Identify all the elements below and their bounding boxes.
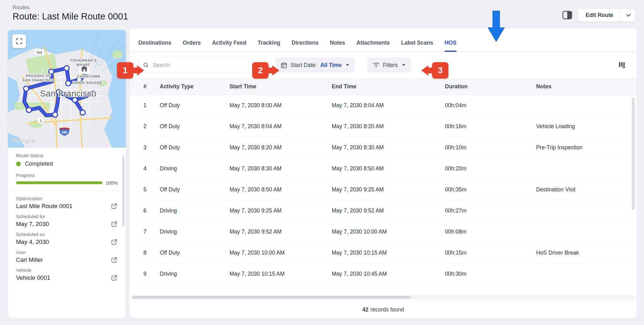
tab-notes[interactable]: Notes (330, 40, 345, 52)
map-fullscreen-button[interactable] (12, 34, 26, 48)
filters-button[interactable]: Filters (367, 58, 411, 73)
cell-type: Driving (160, 221, 230, 242)
external-link-button[interactable] (111, 274, 118, 281)
cell-num: 1 (130, 95, 160, 116)
sidebar-scrollbar[interactable] (122, 156, 125, 226)
cell-notes: Destination Visit (536, 179, 637, 200)
cell-start: May 7, 2030 8:00 AM (230, 95, 332, 116)
external-link-button[interactable] (111, 239, 118, 245)
column-settings-button[interactable] (618, 61, 628, 69)
cell-num: 4 (130, 158, 160, 179)
cell-type: Off Duty (160, 95, 230, 116)
cell-start: May 7, 2030 8:30 AM (230, 158, 332, 179)
cell-notes: Vehicle Loading (536, 116, 637, 137)
tab-activity-feed[interactable]: Activity Feed (212, 40, 246, 52)
vertical-scrollbar[interactable] (632, 97, 635, 210)
cell-num: 5 (130, 179, 160, 200)
annotation-arrowhead-icon (421, 65, 428, 75)
cell-end: May 7, 2030 9:52 AM (332, 200, 445, 221)
tab-destinations[interactable]: Destinations (138, 40, 171, 52)
progress-bar-fill (16, 181, 103, 184)
table-row[interactable]: 9DrivingMay 7, 2030 10:15 AMMay 7, 2030 … (130, 263, 637, 284)
map-attribution: Google (13, 137, 34, 144)
edit-route-dropdown[interactable] (621, 8, 636, 22)
annotation-arrowhead-icon (272, 65, 279, 75)
records-count: 42 records found (130, 301, 637, 318)
field-label: Vehicle (16, 267, 118, 273)
table-row[interactable]: 2Off DutyMay 7, 2030 8:04 AMMay 7, 2030 … (130, 116, 637, 137)
external-link-button[interactable] (111, 221, 118, 228)
field-scheduled-for: Scheduled forMay 7, 2030 (16, 214, 118, 228)
cell-type: Driving (160, 158, 230, 179)
annotation-arrowhead-icon (137, 65, 144, 75)
cell-notes: Pre-Trip Inspection (536, 137, 637, 158)
start-date-filter[interactable]: Start Date: All Time (275, 58, 355, 73)
panel-toggle-button[interactable] (562, 10, 572, 20)
table-row[interactable]: 5Off DutyMay 7, 2030 8:50 AMMay 7, 2030 … (130, 179, 637, 200)
external-link-button[interactable] (111, 256, 118, 263)
page-title: Route: Last Mile Route 0001 (13, 11, 128, 22)
tab-directions[interactable]: Directions (291, 40, 319, 52)
route-detail-panel: DestinationsOrdersActivity FeedTrackingD… (130, 28, 637, 318)
cell-duration: 00h:10m (445, 137, 536, 158)
column-header-end-time: End Time (332, 79, 445, 95)
route-map[interactable]: FISHERMAN'S WHARF PRESIDIO OF SAN FRANCI… (8, 30, 126, 148)
annotation-3-badge: 3 (432, 62, 448, 79)
map-label-presidio-2: SAN FRANCISCO (22, 78, 54, 82)
table-row[interactable]: 7DrivingMay 7, 2030 9:52 AMMay 7, 2030 1… (130, 221, 637, 242)
map-label-fishermans-1: FISHERMAN'S (70, 58, 97, 62)
table-row[interactable]: 4DrivingMay 7, 2030 8:30 AMMay 7, 2030 8… (130, 158, 637, 179)
tab-hos[interactable]: HOS (445, 40, 457, 52)
map-canvas: FISHERMAN'S WHARF PRESIDIO OF SAN FRANCI… (8, 30, 126, 148)
external-link-icon (111, 239, 118, 245)
tab-label-scans[interactable]: Label Scans (401, 40, 433, 52)
cell-end: May 7, 2030 10:00 AM (332, 221, 445, 242)
tab-orders[interactable]: Orders (183, 40, 201, 52)
field-value: May 4, 2030 (16, 239, 49, 245)
cell-duration: 00h:27m (445, 200, 536, 221)
cell-start: May 7, 2030 8:20 AM (230, 137, 332, 158)
table-row[interactable]: 8Off DutyMay 7, 2030 10:00 AMMay 7, 2030… (130, 242, 637, 263)
table-row[interactable]: 1Off DutyMay 7, 2030 8:00 AMMay 7, 2030 … (130, 95, 637, 116)
cell-end: May 7, 2030 8:20 AM (332, 116, 445, 137)
tab-attachments[interactable]: Attachments (357, 40, 390, 52)
hos-table: #Activity TypeStart TimeEnd TimeDuration… (130, 78, 637, 284)
column-settings-icon (618, 61, 626, 69)
external-link-icon (111, 274, 118, 281)
cell-start: May 7, 2030 10:00 AM (230, 242, 332, 263)
calendar-icon (281, 62, 287, 69)
annotation-arrow (269, 68, 272, 73)
cell-type: Driving (160, 263, 230, 284)
cell-num: 6 (130, 200, 160, 221)
shield-101: 101 (34, 49, 44, 56)
external-link-button[interactable] (111, 203, 118, 210)
cell-type: Driving (160, 200, 230, 221)
table-body: 1Off DutyMay 7, 2030 8:00 AMMay 7, 2030 … (130, 95, 637, 284)
cell-type: Off Duty (160, 137, 230, 158)
cell-end: May 7, 2030 8:30 AM (332, 137, 445, 158)
edit-route-button[interactable]: Edit Route (578, 8, 636, 22)
route-details: Route Status Completed Progress 100% Opt… (8, 148, 126, 281)
search-field[interactable] (138, 58, 248, 73)
table-row[interactable]: 6DrivingMay 7, 2030 9:25 AMMay 7, 2030 9… (130, 200, 637, 221)
route-summary-panel: FISHERMAN'S WHARF PRESIDIO OF SAN FRANCI… (8, 30, 126, 318)
table-toolbar: Start Date: All Time Filters (130, 52, 637, 78)
panel-toggle-icon (562, 10, 572, 20)
cell-num: 3 (130, 137, 160, 158)
horizontal-scrollbar-track[interactable] (131, 295, 635, 299)
tab-tracking[interactable]: Tracking (258, 40, 280, 52)
breadcrumb[interactable]: Routes (13, 4, 30, 11)
filters-label: Filters (383, 62, 398, 69)
search-input[interactable] (153, 62, 244, 69)
horizontal-scrollbar-thumb[interactable] (132, 296, 411, 299)
annotation-1-badge: 1 (117, 62, 133, 79)
cell-duration: 00h:15m (445, 242, 536, 263)
cell-duration: 00h:08m (445, 221, 536, 242)
cell-end: May 7, 2030 8:50 AM (332, 158, 445, 179)
annotation-arrow (133, 68, 137, 73)
shield-1: 1 (37, 117, 45, 124)
table-row[interactable]: 3Off DutyMay 7, 2030 8:20 AMMay 7, 2030 … (130, 137, 637, 158)
cell-duration: 00h:04m (445, 95, 536, 116)
annotation-3: 3 (421, 62, 448, 79)
table-header: #Activity TypeStart TimeEnd TimeDuration… (130, 79, 637, 95)
